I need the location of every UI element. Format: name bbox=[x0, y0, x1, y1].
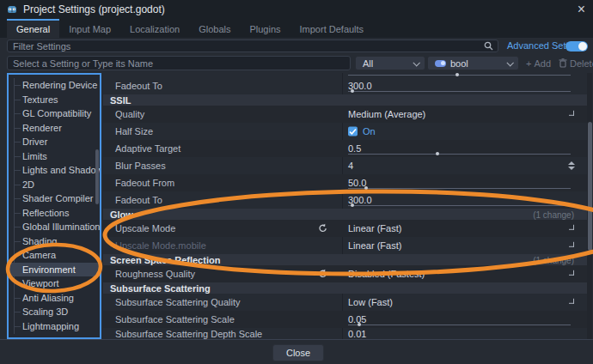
tab-import-defaults[interactable]: Import Defaults bbox=[290, 19, 374, 38]
section-title: SSIL bbox=[110, 95, 131, 106]
slider-track[interactable] bbox=[348, 325, 571, 325]
slider-handle[interactable] bbox=[455, 73, 459, 76]
chevron-down-icon[interactable] bbox=[569, 242, 574, 247]
setting-value[interactable]: 0.5 bbox=[348, 143, 361, 154]
sidebar-item-rendering-device[interactable]: Rendering Device bbox=[9, 78, 100, 93]
section-change-count: (1 change) bbox=[533, 255, 574, 264]
checkbox-label: On bbox=[363, 126, 376, 136]
setting-row-quality: QualityMedium (Average) bbox=[103, 106, 588, 123]
sidebar-item-viewport[interactable]: Viewport bbox=[9, 276, 100, 291]
filter-toolbar: Advanced Settings bbox=[0, 38, 593, 53]
sidebar-item-shading[interactable]: Shading bbox=[9, 234, 100, 249]
sidebar-scrollbar[interactable] bbox=[95, 149, 99, 204]
type-dropdown[interactable]: bool bbox=[427, 56, 519, 70]
sidebar-item-renderer[interactable]: Renderer bbox=[9, 121, 100, 136]
delete-button[interactable]: Delete bbox=[559, 56, 593, 70]
setting-label: Fadeout From bbox=[115, 178, 174, 188]
slider-handle[interactable] bbox=[358, 323, 361, 326]
section-title: Subsurface Scattering bbox=[110, 283, 211, 294]
close-button[interactable]: Close bbox=[272, 344, 324, 361]
add-button[interactable]: + Add bbox=[526, 56, 551, 70]
setting-value[interactable]: Medium (Average) bbox=[348, 109, 425, 119]
setting-row-subsurface-scattering-depth-scale: Subsurface Scattering Depth Scale0.01 bbox=[103, 328, 588, 339]
toggle-knob bbox=[578, 42, 587, 51]
dialog-footer: Close bbox=[0, 339, 593, 364]
slider-track[interactable] bbox=[348, 205, 571, 206]
tab-localization[interactable]: Localization bbox=[120, 19, 189, 38]
sidebar-item-limits[interactable]: Limits bbox=[9, 149, 100, 164]
sidebar-item-environment[interactable]: Environment bbox=[9, 263, 100, 277]
setting-value[interactable]: 0.01 bbox=[348, 329, 366, 339]
sidebar-item-scaling-3d[interactable]: Scaling 3D bbox=[9, 305, 100, 319]
settings-rows-container: Fadeout To300.0SSILQualityMedium (Averag… bbox=[103, 73, 588, 339]
tab-plugins[interactable]: Plugins bbox=[240, 19, 290, 38]
revert-icon[interactable] bbox=[318, 266, 327, 282]
chevron-down-icon[interactable] bbox=[569, 225, 574, 230]
chevron-down-icon bbox=[506, 59, 513, 66]
window-close-icon[interactable]: × bbox=[578, 0, 585, 19]
section-title: Glow bbox=[110, 209, 133, 220]
settings-scrollbar-thumb[interactable] bbox=[588, 122, 592, 251]
sidebar-item-lightmapping[interactable]: Lightmapping bbox=[9, 319, 100, 334]
slider-track[interactable] bbox=[348, 75, 571, 76]
setting-label: Upscale Mode bbox=[115, 223, 175, 234]
slider-handle[interactable] bbox=[436, 152, 439, 155]
slider-track[interactable] bbox=[348, 188, 571, 189]
chevron-down-icon[interactable] bbox=[569, 111, 574, 116]
setting-label: Blur Passes bbox=[115, 161, 166, 171]
setting-row-fadeout-to: Fadeout To300.0 bbox=[103, 77, 588, 94]
setting-label: Fadeout To bbox=[115, 81, 162, 91]
sidebar-item-gl-compatibility[interactable]: GL Compatibility bbox=[9, 106, 100, 121]
chevron-down-icon[interactable] bbox=[569, 270, 574, 276]
sidebar-item-anti-aliasing[interactable]: Anti Aliasing bbox=[9, 291, 100, 306]
setting-name-input[interactable] bbox=[7, 56, 351, 70]
filter-settings-input[interactable] bbox=[7, 39, 498, 52]
setting-row-upscale-mode: Upscale ModeLinear (Fast) bbox=[103, 220, 588, 237]
setting-value[interactable]: Disabled (Fastest) bbox=[348, 269, 425, 279]
tab-general[interactable]: General bbox=[7, 19, 59, 38]
chevron-down-icon[interactable] bbox=[569, 299, 574, 304]
chevron-down-icon bbox=[413, 59, 419, 66]
setting-value[interactable]: 4 bbox=[348, 161, 353, 171]
revert-icon[interactable] bbox=[318, 221, 327, 236]
title-bar: Project Settings (project.godot) × bbox=[0, 0, 593, 19]
sidebar-item-textures[interactable]: Textures bbox=[9, 93, 100, 107]
checkbox[interactable] bbox=[348, 127, 358, 136]
sidebar-item-shader-compiler[interactable]: Shader Compiler bbox=[9, 191, 100, 206]
slider-handle[interactable] bbox=[364, 186, 368, 190]
spinner-arrows-icon[interactable] bbox=[568, 161, 575, 170]
advanced-settings-toggle[interactable] bbox=[565, 41, 588, 52]
slider-handle[interactable] bbox=[351, 203, 354, 207]
setting-value[interactable]: Linear (Fast) bbox=[348, 223, 401, 234]
settings-list: Fadeout To300.0SSILQualityMedium (Averag… bbox=[103, 73, 593, 339]
setting-row-blur-passes: Blur Passes4 bbox=[103, 157, 588, 174]
setting-row-fadeout-from: Fadeout From50.0 bbox=[103, 174, 588, 191]
sidebar-category-tree: Rendering DeviceTexturesGL Compatibility… bbox=[7, 73, 101, 339]
setting-label: Half Size bbox=[115, 126, 153, 136]
category-dropdown[interactable]: All bbox=[355, 56, 425, 70]
setting-label: Subsurface Scattering Scale bbox=[115, 314, 235, 325]
sidebar-item-lights-and-shadows[interactable]: Lights and Shadows bbox=[9, 163, 100, 178]
sidebar-item-driver[interactable]: Driver bbox=[9, 135, 100, 149]
property-toolbar: All bool + Add Delete bbox=[0, 53, 593, 73]
trash-icon bbox=[559, 58, 567, 68]
setting-value[interactable]: Linear (Fast) bbox=[348, 240, 401, 251]
plus-icon: + bbox=[526, 58, 531, 69]
type-dropdown-value: bool bbox=[450, 58, 468, 69]
slider-track[interactable] bbox=[348, 91, 571, 92]
sidebar-item-global-illumination[interactable]: Global Illumination bbox=[9, 220, 100, 234]
sidebar-item-2d[interactable]: 2D bbox=[9, 178, 100, 192]
section-header-subsurface-scattering: Subsurface Scattering bbox=[103, 282, 588, 294]
slider-handle[interactable] bbox=[351, 89, 354, 93]
setting-label: Adaptive Target bbox=[115, 143, 180, 154]
sidebar-item-camera[interactable]: Camera bbox=[9, 248, 100, 263]
setting-value[interactable]: Low (Fast) bbox=[348, 297, 393, 307]
tab-input-map[interactable]: Input Map bbox=[59, 19, 120, 38]
setting-label: Upscale Mode.mobile bbox=[115, 240, 206, 251]
sidebar-item-reflections[interactable]: Reflections bbox=[9, 206, 100, 221]
window-title: Project Settings (project.godot) bbox=[23, 3, 165, 15]
tab-globals[interactable]: Globals bbox=[189, 19, 240, 38]
setting-row-subsurface-scattering-quality: Subsurface Scattering QualityLow (Fast) bbox=[103, 294, 588, 311]
tab-bar: GeneralInput MapLocalizationGlobalsPlugi… bbox=[0, 19, 593, 38]
slider-track[interactable] bbox=[348, 154, 571, 155]
